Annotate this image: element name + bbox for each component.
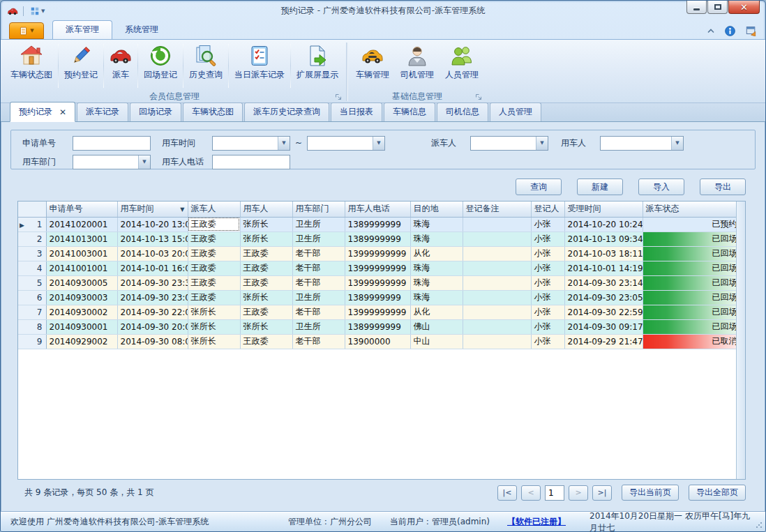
cell-phone[interactable]: 13999999999 bbox=[345, 305, 410, 319]
driver-manage-button[interactable]: 司机管理 bbox=[395, 41, 440, 91]
table-row[interactable]: ▶1201410200012014-10-20 13:00王政委张所长卫生所13… bbox=[18, 217, 736, 231]
application-menu-button[interactable]: ▼ bbox=[9, 22, 44, 39]
cell-registrar[interactable]: 小张 bbox=[531, 319, 564, 334]
cell-dept[interactable]: 老干部 bbox=[292, 246, 345, 261]
cell-accept-time[interactable]: 2014-09-30 23:05 bbox=[564, 290, 643, 305]
row-header[interactable]: 3 bbox=[18, 246, 46, 261]
history-query-button[interactable]: 历史查询 bbox=[183, 41, 228, 91]
extend-screen-button[interactable]: 扩展屏显示 bbox=[291, 41, 344, 91]
cell-dept[interactable]: 卫生所 bbox=[292, 217, 345, 231]
chevron-down-icon[interactable]: ▼ bbox=[373, 137, 384, 150]
tab-vehicle-info[interactable]: 车辆信息 bbox=[384, 102, 435, 121]
cell-status[interactable]: 已回场 bbox=[643, 319, 736, 334]
dialog-launcher-icon[interactable] bbox=[474, 92, 483, 100]
query-button[interactable]: 查询 bbox=[516, 178, 562, 195]
restore-button[interactable] bbox=[707, 1, 728, 14]
cell-apply-no[interactable]: 20140929002 bbox=[46, 334, 117, 349]
cell-phone[interactable]: 1389999999 bbox=[345, 290, 410, 305]
cell-remark[interactable] bbox=[463, 217, 531, 231]
table-row[interactable]: 7201409300022014-09-30 22:00张所长王政委老干部139… bbox=[18, 305, 736, 319]
cell-registrar[interactable]: 小张 bbox=[531, 246, 564, 261]
cell-dispatcher[interactable]: 王政委 bbox=[188, 261, 240, 275]
cell-accept-time[interactable]: 2014-10-20 10:24 bbox=[564, 217, 643, 231]
table-row[interactable]: 5201409300052014-09-30 23:30王政委王政委老干部139… bbox=[18, 275, 736, 290]
prev-page-button[interactable]: < bbox=[521, 485, 541, 501]
chevron-down-icon[interactable]: ▼ bbox=[278, 137, 290, 150]
request-no-input[interactable] bbox=[73, 136, 151, 151]
cell-phone[interactable]: 1389999999 bbox=[345, 231, 410, 246]
last-page-button[interactable]: >| bbox=[592, 485, 612, 501]
cell-use-time[interactable]: 2014-10-03 20:00 bbox=[117, 246, 188, 261]
cell-dest[interactable]: 佛山 bbox=[410, 319, 463, 334]
cell-registrar[interactable]: 小张 bbox=[531, 290, 564, 305]
cell-phone[interactable]: 13999999999 bbox=[345, 275, 410, 290]
cell-apply-no[interactable]: 20141003001 bbox=[46, 246, 117, 261]
page-number-input[interactable] bbox=[545, 485, 564, 501]
cell-dest[interactable]: 珠海 bbox=[410, 275, 463, 290]
ribbon-tab-system[interactable]: 系统管理 bbox=[112, 21, 171, 39]
cell-dept[interactable]: 老干部 bbox=[292, 261, 345, 275]
cell-use-time[interactable]: 2014-09-30 23:00 bbox=[117, 290, 188, 305]
cell-apply-no[interactable]: 20140930005 bbox=[46, 275, 117, 290]
table-row[interactable]: 3201410030012014-10-03 20:00王政委王政委老干部139… bbox=[18, 246, 736, 261]
cell-accept-time[interactable]: 2014-09-30 23:14 bbox=[564, 275, 643, 290]
vehicle-status-button[interactable]: 车辆状态图 bbox=[5, 41, 58, 91]
cell-dept[interactable]: 卫生所 bbox=[292, 319, 345, 334]
cell-apply-no[interactable]: 20140930001 bbox=[46, 319, 117, 334]
tab-vehicle-status[interactable]: 车辆状态图 bbox=[183, 102, 243, 121]
dept-select[interactable]: ▼ bbox=[73, 155, 151, 169]
row-header[interactable]: 9 bbox=[18, 334, 46, 349]
cell-user[interactable]: 张所长 bbox=[240, 319, 292, 334]
tab-dispatch-history-query[interactable]: 派车历史记录查询 bbox=[244, 102, 329, 121]
cell-phone[interactable]: 1389999999 bbox=[345, 217, 410, 231]
col-status[interactable]: 派车状态 bbox=[643, 202, 736, 217]
cell-dest[interactable]: 珠海 bbox=[410, 217, 463, 231]
cell-registrar[interactable]: 小张 bbox=[531, 217, 564, 231]
col-remark[interactable]: 登记备注 bbox=[463, 202, 531, 217]
cell-accept-time[interactable]: 2014-10-03 18:11 bbox=[564, 246, 643, 261]
cell-apply-no[interactable]: 20141013001 bbox=[46, 231, 117, 246]
cell-remark[interactable] bbox=[463, 319, 531, 334]
cell-dept[interactable]: 老干部 bbox=[292, 275, 345, 290]
cell-apply-no[interactable]: 20141001001 bbox=[46, 261, 117, 275]
row-header[interactable]: 6 bbox=[18, 290, 46, 305]
cell-dispatcher[interactable]: 王政委 bbox=[188, 275, 240, 290]
close-tab-icon[interactable]: ✕ bbox=[59, 108, 66, 116]
cell-phone[interactable]: 1389999999 bbox=[345, 319, 410, 334]
table-row[interactable]: 6201409300032014-09-30 23:00王政委张所长卫生所138… bbox=[18, 290, 736, 305]
reservation-button[interactable]: 预约登记 bbox=[59, 41, 103, 91]
chevron-down-icon[interactable]: ▼ bbox=[671, 137, 683, 150]
cell-dest[interactable]: 珠海 bbox=[410, 231, 463, 246]
col-dept[interactable]: 用车部门 bbox=[292, 202, 345, 217]
export-button[interactable]: 导出 bbox=[700, 178, 746, 195]
cell-dest[interactable]: 中山 bbox=[410, 334, 463, 349]
cell-dept[interactable]: 老干部 bbox=[292, 334, 345, 349]
ribbon-tab-dispatch[interactable]: 派车管理 bbox=[52, 20, 112, 39]
first-page-button[interactable]: |< bbox=[497, 485, 517, 501]
cell-dispatcher[interactable]: 张所长 bbox=[188, 319, 240, 334]
use-time-to-select[interactable]: ▼ bbox=[307, 136, 385, 151]
tab-person-manage[interactable]: 人员管理 bbox=[490, 102, 541, 121]
person-manage-button[interactable]: 人员管理 bbox=[440, 41, 484, 91]
dispatcher-select[interactable]: ▼ bbox=[470, 136, 548, 151]
cell-user[interactable]: 王政委 bbox=[240, 261, 292, 275]
cell-dest[interactable]: 从化 bbox=[410, 305, 463, 319]
user-select[interactable]: ▼ bbox=[600, 136, 684, 151]
cell-dept[interactable]: 卫生所 bbox=[292, 231, 345, 246]
collapse-ribbon-icon[interactable] bbox=[707, 28, 715, 33]
row-header[interactable]: ▶1 bbox=[18, 217, 46, 231]
tab-driver-info[interactable]: 司机信息 bbox=[437, 102, 488, 121]
col-registrar[interactable]: 登记人 bbox=[531, 202, 564, 217]
cell-status[interactable]: 已回场 bbox=[643, 246, 736, 261]
switch-window-icon[interactable] bbox=[745, 25, 757, 36]
col-use-time[interactable]: 用车时间▼ bbox=[117, 202, 188, 217]
cell-apply-no[interactable]: 20140930002 bbox=[46, 305, 117, 319]
cell-apply-no[interactable]: 20140930003 bbox=[46, 290, 117, 305]
cell-phone[interactable]: 13900000 bbox=[345, 334, 410, 349]
cell-remark[interactable] bbox=[463, 231, 531, 246]
cell-dispatcher[interactable]: 王政委 bbox=[188, 246, 240, 261]
cell-dispatcher[interactable]: 王政委 bbox=[188, 231, 240, 246]
col-accept-time[interactable]: 受理时间 bbox=[564, 202, 643, 217]
cell-accept-time[interactable]: 2014-09-30 09:17 bbox=[564, 319, 643, 334]
table-row[interactable]: 8201409300012014-09-30 20:00张所长张所长卫生所138… bbox=[18, 319, 736, 334]
